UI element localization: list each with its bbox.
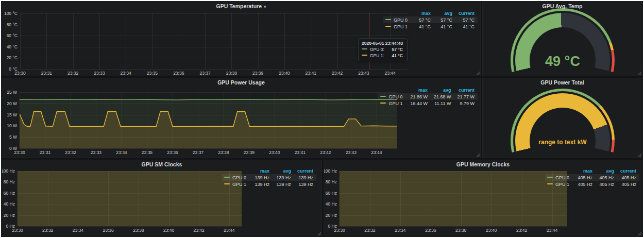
tooltip-rows: GPU 0:57 °CGPU 1:41 °C	[362, 47, 403, 58]
panel-gpu-power-usage: GPU Power Usage 25 W20 W15 W10 W5 W0 W23…	[2, 78, 481, 158]
panel-title-text: GPU Power Total	[540, 79, 584, 86]
grafana-dashboard: GPU Temperature▾ 100 °C80 °C60 °C40 °C20…	[0, 0, 644, 238]
chevron-down-icon: ▾	[264, 4, 266, 9]
panel-resize-handle[interactable]	[637, 71, 641, 75]
panel-title-gpu-power-usage[interactable]: GPU Power Usage	[2, 78, 480, 87]
panel-resize-handle[interactable]	[637, 153, 641, 157]
gauge-value-text: 49 °C	[511, 54, 615, 70]
panel-title-text: GPU Power Usage	[217, 79, 265, 86]
panel-gpu-memory-clocks: GPU Memory Clocks 100 Hz80 Hz60 Hz40 Hz2…	[324, 160, 642, 236]
legend-gpu-memory-clocks[interactable]: maxavgcurrentGPU 0405 Hz405 Hz405 HzGPU …	[545, 167, 639, 188]
gauge-gpu-avg-temp: 49 °C	[511, 8, 615, 76]
gauge-value-text: range to text kW	[511, 139, 615, 146]
chart-gpu-memory-clocks[interactable]: 100 Hz80 Hz60 Hz40 Hz20 Hz0 Hz23:3023:32…	[340, 171, 567, 226]
chart-gpu-power-usage[interactable]: 25 W20 W15 W10 W5 W0 W23:3023:3123:3223:…	[20, 92, 397, 148]
panel-title-text: GPU Memory Clocks	[456, 161, 510, 167]
panel-gpu-power-total: GPU Power Total range to text kW	[482, 78, 642, 158]
panel-resize-handle[interactable]	[476, 153, 480, 157]
panel-resize-handle[interactable]	[637, 231, 641, 235]
chart-gpu-sm-clocks[interactable]: 100 Hz80 Hz60 Hz40 Hz20 Hz0 Hz23:3023:32…	[18, 171, 242, 226]
legend-gpu-temperature[interactable]: maxavgcurrentGPU 057 °C57 °C57 °CGPU 141…	[383, 10, 478, 30]
panel-title-text: GPU SM Clocks	[142, 161, 182, 167]
gauge-gpu-power-total: range to text kW	[511, 89, 615, 158]
panel-title-gpu-avg-temp[interactable]: GPU Avg. Temp	[483, 2, 642, 11]
panel-title-gpu-power-total[interactable]: GPU Power Total	[483, 78, 642, 87]
chart-tooltip: 2020-05-01 23:44:48 GPU 0:57 °CGPU 1:41 …	[358, 38, 408, 61]
legend-gpu-sm-clocks[interactable]: maxavgcurrentGPU 0139 Hz139 Hz139 HzGPU …	[222, 167, 316, 188]
panel-title-gpu-temperature[interactable]: GPU Temperature▾	[2, 2, 480, 11]
chart-gpu-temperature[interactable]: 100 °C80 °C60 °C40 °C20 °C0 °C23:3023:31…	[20, 13, 408, 69]
dashboard-grid: GPU Temperature▾ 100 °C80 °C60 °C40 °C20…	[1, 1, 643, 237]
panel-gpu-avg-temp: GPU Avg. Temp 49 °C	[482, 2, 642, 76]
panel-title-gpu-sm-clocks[interactable]: GPU SM Clocks	[2, 160, 321, 169]
panel-title-text: GPU Temperature	[216, 3, 262, 9]
panel-gpu-temperature: GPU Temperature▾ 100 °C80 °C60 °C40 °C20…	[2, 2, 481, 76]
panel-gpu-sm-clocks: GPU SM Clocks 100 Hz80 Hz60 Hz40 Hz20 Hz…	[2, 160, 322, 236]
panel-resize-handle[interactable]	[317, 231, 321, 235]
tooltip-timestamp: 2020-05-01 23:44:48	[362, 41, 403, 46]
panel-resize-handle[interactable]	[476, 71, 480, 75]
legend-gpu-power-usage[interactable]: maxavgcurrentGPU 021.86 W21.68 W21.77 WG…	[378, 87, 478, 107]
panel-title-text: GPU Avg. Temp	[543, 3, 583, 9]
panel-title-gpu-memory-clocks[interactable]: GPU Memory Clocks	[324, 160, 642, 169]
